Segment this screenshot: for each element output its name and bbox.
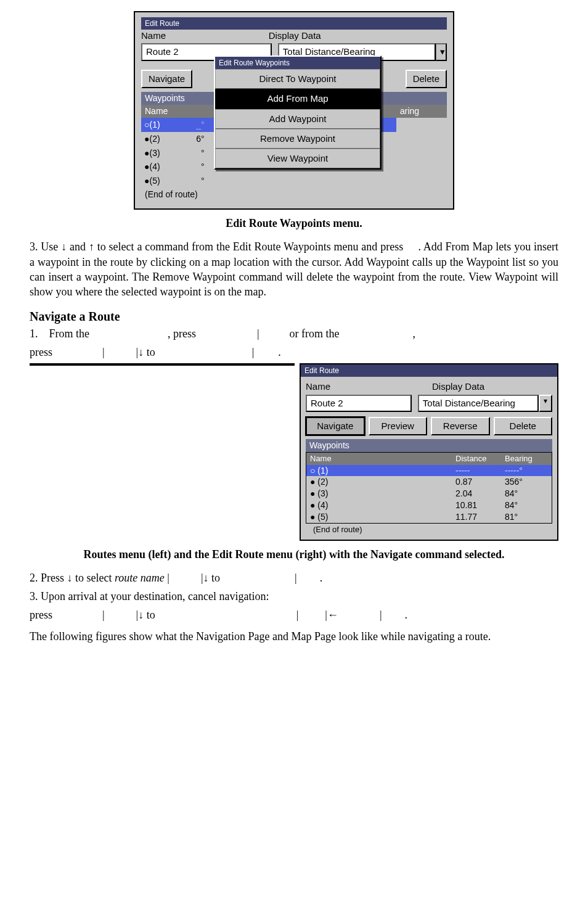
text-fragment: |↓ to <box>201 572 220 584</box>
name-label: Name <box>306 380 426 393</box>
step3-line2: press | |↓ to | |← | . <box>30 607 558 622</box>
route-name-italic: route name <box>115 572 165 584</box>
text-fragment: . <box>278 346 281 358</box>
text-fragment: |← <box>325 609 338 621</box>
col-bearing: aring <box>396 105 447 118</box>
wp-bear: 84° <box>505 488 548 500</box>
text-fragment: , press <box>168 327 196 340</box>
waypoint-bullet-icon: ● <box>310 488 315 498</box>
menu-direct-to-waypoint[interactable]: Direct To Waypoint <box>215 69 380 89</box>
waypoints-table: Name Distance Bearing ○ (1) ----- -----°… <box>306 452 552 524</box>
figure-edit-route-waypoints: Edit Route Name Display Data Route 2 Tot… <box>30 11 558 210</box>
col-name: Name <box>310 453 455 464</box>
waypoint-bearing: _° <box>161 118 211 131</box>
pipe: | <box>380 609 382 621</box>
edit-route-dialog-right: Edit Route Name Display Data Route 2 Tot… <box>300 363 558 540</box>
popup-titlebar: Edit Route Waypoints <box>215 57 380 69</box>
display-data-dropdown-arrow[interactable]: ▾ <box>436 43 447 60</box>
wp-dist: 11.77 <box>455 511 505 523</box>
text-fragment: |↓ to <box>136 609 155 621</box>
pipe: | <box>252 346 255 358</box>
pipe: | <box>167 572 169 584</box>
waypoint-bullet-icon: ○ <box>310 466 315 475</box>
closing-paragraph: The following figures show what the Navi… <box>30 629 558 644</box>
menu-remove-waypoint[interactable]: Remove Waypoint <box>215 129 380 149</box>
menu-add-waypoint[interactable]: Add Waypoint <box>215 109 380 129</box>
waypoint-bullet-icon: ● <box>310 512 315 522</box>
display-data-field[interactable]: Total Distance/Bearing <box>418 395 539 412</box>
step3-paragraph: 3. Use ↓ and ↑ to select a command from … <box>30 239 558 299</box>
table-row[interactable]: ○ (1) ----- -----° <box>306 465 552 477</box>
figure-routes-and-edit: Map - Simulating Screen Sour Alar Rout M… <box>30 363 558 540</box>
waypoint-bullet-icon: ● <box>310 477 315 487</box>
delete-button[interactable]: Delete <box>406 70 447 88</box>
wp-dist: ----- <box>455 465 505 477</box>
waypoint-bearing: ° <box>161 160 211 173</box>
text-fragment: |↓ to <box>136 346 155 358</box>
wp-dist: 2.04 <box>455 488 505 500</box>
pipe: | <box>102 346 105 358</box>
text-fragment: . <box>320 572 323 584</box>
navigate-button[interactable]: Navigate <box>141 70 192 88</box>
table-row[interactable]: ● (3) 2.04 84° <box>306 488 552 500</box>
waypoint-name: (4) <box>149 162 160 171</box>
waypoint-name: (1) <box>149 120 160 130</box>
waypoint-bearing: 6° <box>161 133 211 146</box>
col-bearing: Bearing <box>505 453 548 464</box>
end-of-route: (End of route) <box>306 524 552 536</box>
edit-route-titlebar: Edit Route <box>141 17 447 30</box>
wp-bear: 84° <box>505 500 548 511</box>
display-data-label: Display Data <box>269 30 447 42</box>
waypoint-bullet-icon: ● <box>310 500 315 510</box>
wp-name: (5) <box>317 512 328 522</box>
edit-route-title: Edit Route <box>301 364 557 377</box>
table-row[interactable]: ● (4) 10.81 84° <box>306 500 552 511</box>
step3-line1: 3. Upon arrival at your destination, can… <box>30 589 558 604</box>
routes-screen: Map - Simulating Screen Sour Alar Rout M… <box>30 363 295 366</box>
preview-button[interactable]: Preview <box>369 417 428 435</box>
step1-line: 1. From the , press | or from the , <box>30 326 558 341</box>
wp-name: (2) <box>317 477 328 487</box>
navigate-button[interactable]: Navigate <box>306 417 365 435</box>
map-simulating-title: Map - Simulating <box>123 364 174 366</box>
wp-name: (4) <box>317 500 328 510</box>
wp-name: (3) <box>317 488 328 498</box>
wp-bear: 81° <box>505 511 548 523</box>
route-name-field[interactable]: Route 2 <box>306 395 412 412</box>
wp-bear: 356° <box>505 476 548 488</box>
reverse-button[interactable]: Reverse <box>431 417 490 435</box>
edit-route-waypoints-popup: Edit Route Waypoints Direct To Waypoint … <box>214 56 382 170</box>
menu-view-waypoint[interactable]: View Waypoint <box>215 149 380 168</box>
pipe: | <box>102 609 105 621</box>
text-fragment: 1. From the <box>30 327 89 340</box>
name-label: Name <box>141 30 269 42</box>
menu-add-from-map[interactable]: Add From Map <box>215 89 380 109</box>
wp-dist: 0.87 <box>455 476 505 488</box>
text-fragment: , <box>413 327 416 340</box>
text-fragment: or from the <box>290 327 340 340</box>
table-row[interactable]: ● (5) 11.77 81° <box>306 511 552 523</box>
end-of-route: (End of route) <box>141 188 447 201</box>
step2-line: 2. Press ↓ to select route name | |↓ to … <box>30 570 558 585</box>
text-fragment: . <box>405 609 408 621</box>
table-row[interactable]: ● (2) 0.87 356° <box>306 476 552 488</box>
text-fragment: press <box>30 346 52 358</box>
pipe: | <box>295 572 297 584</box>
wp-name: (1) <box>317 466 328 475</box>
waypoint-name: (5) <box>149 176 160 186</box>
waypoint-row[interactable]: ●(5) ° <box>141 174 396 188</box>
pipe: | <box>257 327 259 340</box>
col-distance: Distance <box>455 453 505 464</box>
text-fragment: press <box>30 609 52 621</box>
navigate-a-route-heading: Navigate a Route <box>30 308 558 325</box>
waypoint-bearing: ° <box>161 175 211 187</box>
figure1-caption: Edit Route Waypoints menu. <box>30 216 558 231</box>
wp-bear: -----° <box>505 465 548 477</box>
delete-button[interactable]: Delete <box>494 417 553 435</box>
pipe: | <box>296 609 299 621</box>
waypoint-name: (3) <box>149 148 160 158</box>
table-header: Name Distance Bearing <box>306 453 552 465</box>
waypoints-subtitle: Waypoints <box>306 439 552 452</box>
step1-cont-line: press | |↓ to | . <box>30 345 558 360</box>
display-dropdown-arrow[interactable]: ▾ <box>539 395 552 412</box>
